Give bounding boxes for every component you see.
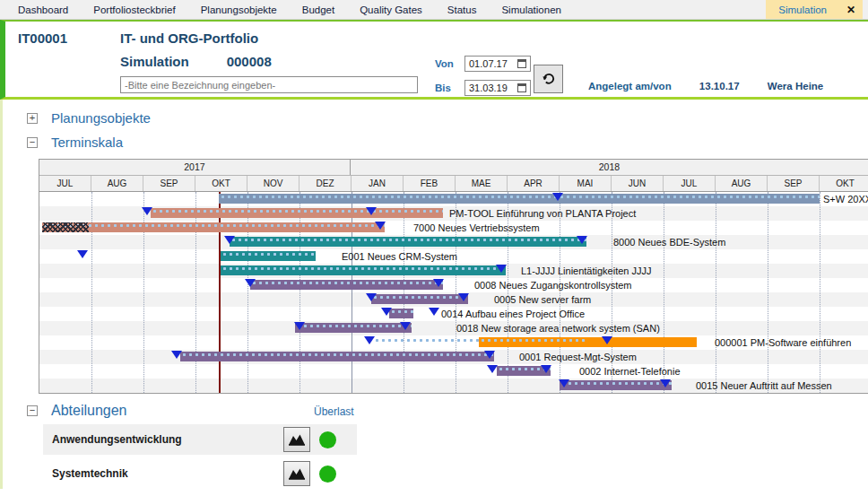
milestone-icon[interactable] — [366, 293, 377, 301]
section-title-terminskala[interactable]: Terminskala — [51, 135, 123, 150]
gantt-row: 8000 Neues BDE-System — [39, 235, 868, 249]
month-gridline — [560, 192, 560, 393]
tab-bar: DashboardPortfoliosteckbriefPlanungsobje… — [0, 0, 868, 20]
gantt-bar[interactable] — [180, 352, 494, 361]
ueberlast-column-header[interactable]: Überlast — [314, 405, 354, 418]
milestone-icon[interactable] — [559, 379, 569, 387]
month-cell: NOV — [247, 176, 299, 191]
expand-icon[interactable]: + — [27, 113, 38, 124]
gantt-row: 000001 PM-Software einführen — [39, 335, 868, 350]
tab-simulation[interactable]: Simulation — [766, 0, 839, 19]
portfolio-title: IT- und ORG-Portfolio — [120, 30, 258, 46]
gantt-bar[interactable] — [219, 194, 820, 204]
month-cell: AUG — [716, 176, 768, 191]
milestone-icon[interactable] — [142, 207, 152, 215]
collapse-icon[interactable]: − — [27, 405, 38, 416]
collapse-icon[interactable]: − — [27, 137, 38, 148]
gantt-bar[interactable] — [42, 222, 385, 232]
milestone-icon[interactable] — [496, 265, 507, 273]
portfolio-header: IT00001 IT- und ORG-Portfolio Simulation… — [0, 20, 868, 100]
milestone-icon[interactable] — [660, 379, 671, 387]
tab-budget[interactable]: Budget — [290, 0, 347, 19]
milestone-icon[interactable] — [458, 293, 469, 301]
overload-status-indicator — [319, 431, 336, 448]
bar-label: S+W 20XX — [823, 194, 868, 204]
milestone-icon[interactable] — [400, 322, 411, 330]
bis-date-value: 31.03.19 — [469, 83, 517, 93]
department-row: Systemtechnik — [43, 458, 357, 489]
tab-quality-gates[interactable]: Quality Gates — [347, 0, 435, 19]
designation-input[interactable] — [120, 76, 418, 93]
milestone-icon[interactable] — [381, 308, 392, 316]
gantt-bar[interactable] — [560, 380, 672, 390]
month-gridline — [768, 192, 768, 393]
gantt-row: 0018 New storage area network system (SA… — [39, 321, 868, 335]
tab-simulationen[interactable]: Simulationen — [489, 0, 573, 19]
simulation-label: Simulation — [120, 54, 189, 69]
milestone-icon[interactable] — [487, 365, 498, 373]
month-cell: DEZ — [299, 176, 352, 191]
month-cell: JUL — [39, 176, 91, 191]
milestone-icon[interactable] — [364, 336, 375, 344]
gantt-bar[interactable] — [221, 251, 316, 261]
gantt-bar[interactable] — [230, 237, 586, 247]
simulation-number: 000008 — [227, 54, 272, 69]
milestone-icon[interactable] — [429, 308, 439, 316]
bar-label: L1-JJJJ Linientätigkeiten JJJJ — [521, 265, 652, 276]
tab-dashboard[interactable]: Dashboard — [5, 0, 81, 19]
utilization-chart-button[interactable] — [283, 461, 310, 486]
bis-date-field[interactable]: 31.03.19 — [464, 80, 531, 96]
milestone-icon[interactable] — [294, 322, 305, 330]
area-chart-icon — [288, 433, 306, 446]
bar-label: 0002 Internet-Telefonie — [579, 366, 681, 377]
tab-portfoliosteckbrief[interactable]: Portfoliosteckbrief — [81, 0, 187, 19]
bar-label: 0014 Aufbau eines Project Office — [441, 309, 585, 319]
milestone-icon[interactable] — [77, 250, 88, 258]
bar-label: 0015 Neuer Auftritt auf Messen — [696, 380, 832, 391]
von-date-value: 01.07.17 — [469, 58, 517, 69]
milestone-icon[interactable] — [433, 279, 444, 287]
milestone-icon[interactable] — [366, 207, 377, 215]
bis-label: Bis — [435, 83, 451, 93]
gantt-bar[interactable] — [479, 337, 697, 347]
milestone-icon[interactable] — [541, 365, 551, 373]
calendar-icon[interactable] — [517, 59, 526, 68]
department-name: Systemtechnik — [52, 467, 128, 480]
section-planungsobjekte: + Planungsobjekte — [27, 110, 868, 126]
milestone-icon[interactable] — [171, 351, 182, 359]
bar-label: E001 Neues CRM-System — [342, 251, 457, 262]
refresh-button[interactable] — [534, 65, 563, 93]
gantt-bar[interactable] — [371, 294, 468, 304]
gantt-chart: 20172018 JULAUGSEPOKTNOVDEZJANFEBMAEAPRM… — [39, 159, 868, 394]
gantt-bar[interactable] — [250, 280, 443, 290]
section-title-abteilungen[interactable]: Abteilungen — [51, 403, 127, 419]
tab-spacer — [574, 0, 766, 19]
bar-label: 0001 Request-Mgt-System — [519, 352, 637, 362]
gantt-row: 0008 Neues Zugangskontrollsystem — [39, 278, 868, 292]
milestone-icon[interactable] — [484, 351, 495, 359]
gantt-bar[interactable] — [151, 208, 443, 218]
month-cell: AUG — [91, 176, 143, 191]
gantt-row: 0002 Internet-Telefonie — [39, 364, 868, 379]
gantt-bar[interactable] — [389, 309, 413, 318]
milestone-icon[interactable] — [245, 279, 256, 287]
gantt-row: S+W 20XX — [39, 192, 868, 206]
tab-planungsobjekte[interactable]: Planungsobjekte — [188, 0, 290, 19]
tab-status[interactable]: Status — [435, 0, 490, 19]
calendar-icon[interactable] — [517, 83, 526, 92]
milestone-icon[interactable] — [375, 222, 386, 230]
milestone-icon[interactable] — [577, 236, 587, 244]
close-tab-icon[interactable]: ✕ — [839, 0, 863, 19]
month-cell: SEP — [143, 176, 195, 191]
refresh-icon — [541, 70, 557, 89]
milestone-icon[interactable] — [552, 193, 563, 201]
section-abteilungen: − Abteilungen Überlast — [27, 403, 843, 419]
utilization-chart-button[interactable] — [283, 427, 310, 452]
gantt-bar[interactable] — [221, 265, 506, 275]
von-date-field[interactable]: 01.07.17 — [464, 56, 531, 72]
section-title-planungsobjekte[interactable]: Planungsobjekte — [51, 110, 151, 126]
year-cell: 2018 — [351, 160, 868, 175]
gantt-bar[interactable] — [295, 323, 412, 333]
milestone-icon[interactable] — [602, 336, 612, 344]
milestone-icon[interactable] — [224, 236, 235, 244]
